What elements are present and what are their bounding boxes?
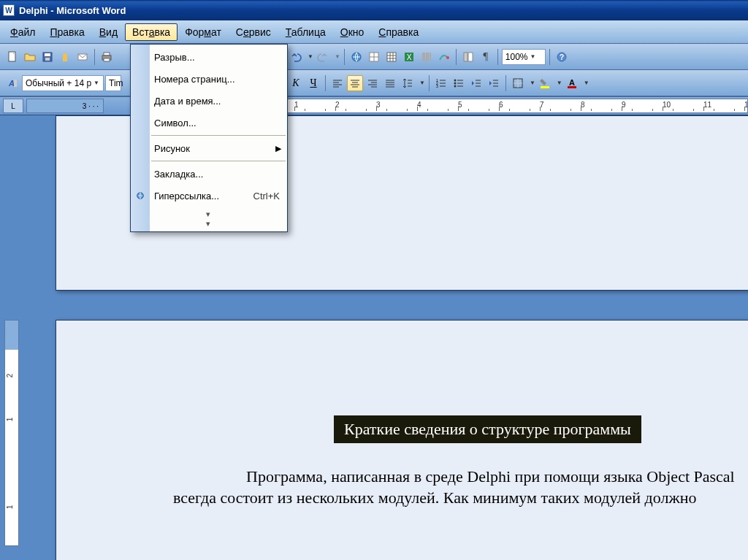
window-title: Delphi - Microsoft Word [19, 5, 126, 16]
menu-file[interactable]: Файл [3, 23, 42, 41]
justify-icon[interactable] [382, 75, 398, 91]
underline-icon[interactable]: Ч [305, 75, 321, 91]
menu-insert[interactable]: Вставка [125, 23, 178, 41]
highlight-icon[interactable] [537, 75, 553, 91]
columns-icon[interactable] [419, 49, 435, 65]
font-value: Tim [109, 78, 123, 88]
insert-table-icon[interactable] [383, 49, 400, 65]
undo-dropdown-arrow[interactable]: ▼ [308, 53, 313, 60]
svg-point-24 [446, 56, 449, 59]
email-icon[interactable] [75, 49, 91, 65]
menu-item-hyperlink[interactable]: Гиперссылка... Ctrl+K [131, 185, 287, 207]
svg-point-58 [454, 85, 456, 87]
svg-point-57 [454, 82, 456, 84]
undo-icon[interactable] [288, 49, 304, 65]
menu-item-page-numbers[interactable]: Номера страниц... [131, 68, 287, 90]
drawing-icon[interactable] [436, 49, 452, 65]
toolbar-separator [549, 49, 550, 65]
svg-rect-26 [468, 53, 473, 61]
tables-borders-icon[interactable] [366, 49, 382, 65]
hyperlink-icon[interactable] [348, 49, 365, 65]
font-color-icon[interactable]: A [564, 75, 580, 91]
open-icon[interactable] [22, 49, 38, 65]
save-icon[interactable] [39, 49, 56, 65]
vertical-ruler[interactable]: 2 1 1 [4, 320, 19, 546]
menu-expand-icon[interactable]: ▾▾ [131, 207, 287, 230]
menu-item-date-time[interactable]: Дата и время... [131, 90, 287, 112]
bullets-icon[interactable] [451, 75, 467, 91]
style-dropdown[interactable]: Обычный + 14 p▼ [22, 75, 104, 91]
show-marks-icon[interactable]: ¶ [478, 49, 494, 65]
ruler-left-margin[interactable]: 3 · · · [26, 99, 104, 113]
svg-text:A: A [8, 79, 15, 88]
toolbar-separator [325, 75, 326, 91]
style-value: Обычный + 14 p [26, 78, 91, 88]
permission-icon[interactable] [57, 49, 73, 65]
ruler-bar: L 3 · · · 12345678910111213141516 [0, 96, 748, 115]
svg-rect-23 [430, 53, 431, 61]
toolbar-separator [456, 49, 457, 65]
print-icon[interactable] [99, 49, 115, 65]
borders-arrow[interactable]: ▼ [530, 80, 535, 86]
line-spacing-arrow[interactable]: ▼ [419, 80, 425, 86]
highlight-arrow[interactable]: ▼ [557, 80, 562, 86]
menu-item-break[interactable]: Разрыв... [131, 46, 287, 68]
ruler-number: 11 [703, 101, 711, 109]
menu-help[interactable]: Справка [371, 23, 426, 41]
align-right-icon[interactable] [365, 75, 381, 91]
svg-rect-21 [422, 53, 425, 61]
italic-icon[interactable]: К [288, 75, 304, 91]
font-color-arrow[interactable]: ▼ [584, 80, 589, 86]
font-dropdown[interactable]: Tim [105, 75, 121, 91]
svg-text:A: A [569, 78, 575, 87]
menu-format[interactable]: Формат [178, 23, 229, 41]
title-bar: W Delphi - Microsoft Word [0, 0, 748, 20]
numbering-icon[interactable]: 123 [433, 75, 449, 91]
horizontal-ruler[interactable]: 12345678910111213141516 [286, 99, 748, 113]
ruler-number: 10 [663, 101, 671, 109]
toolbar-separator [505, 75, 506, 91]
document-workspace: 2 1 1 Краткие сведения о структуре прогр… [0, 115, 748, 560]
svg-rect-7 [104, 53, 110, 55]
insert-menu-dropdown: Разрыв... Номера страниц... Дата и время… [130, 44, 288, 232]
zoom-dropdown[interactable]: 100%▼ [502, 49, 546, 65]
word-app-icon: W [3, 4, 15, 16]
line-spacing-icon[interactable] [400, 75, 416, 91]
borders-icon[interactable] [510, 75, 526, 91]
menu-window[interactable]: Окно [333, 23, 372, 41]
menu-tools[interactable]: Сервис [229, 23, 278, 41]
svg-rect-14 [387, 53, 396, 61]
redo-dropdown-arrow[interactable]: ▼ [335, 53, 340, 60]
align-center-icon[interactable] [347, 75, 363, 91]
redo-icon[interactable] [315, 49, 331, 65]
menu-separator [151, 135, 286, 136]
align-left-icon[interactable] [329, 75, 346, 91]
svg-rect-71 [541, 86, 549, 88]
decrease-indent-icon[interactable] [468, 75, 484, 91]
excel-icon[interactable]: X [401, 49, 417, 65]
menu-table[interactable]: Таблица [278, 23, 333, 41]
help-icon[interactable]: ? [554, 49, 570, 65]
menu-item-symbol[interactable]: Символ... [131, 112, 287, 134]
menu-item-picture[interactable]: Рисунок▶ [131, 137, 287, 159]
svg-rect-3 [45, 58, 50, 61]
ruler-corner[interactable]: L [3, 99, 23, 113]
svg-rect-30 [14, 80, 17, 87]
document-heading[interactable]: Краткие сведения о структуре программы [334, 415, 641, 443]
document-page[interactable]: Краткие сведения о структуре программы П… [56, 320, 748, 560]
menu-separator [151, 161, 286, 161]
menu-view[interactable]: Вид [92, 23, 125, 41]
menu-edit[interactable]: Правка [42, 23, 91, 41]
toolbar-separator [94, 49, 95, 65]
styles-pane-icon[interactable]: A [4, 75, 20, 91]
document-body-text[interactable]: Программа, написанная в среде Delphi при… [173, 467, 748, 508]
hyperlink-icon [134, 190, 146, 202]
doc-map-icon[interactable] [460, 49, 476, 65]
standard-toolbar: 🔍 ▼ ▼ X ¶ 100%▼ ? [0, 44, 748, 70]
svg-rect-9 [104, 58, 110, 61]
svg-rect-25 [464, 53, 468, 61]
menu-item-bookmark[interactable]: Закладка... [131, 163, 287, 185]
new-doc-icon[interactable] [4, 49, 20, 65]
menu-bar: Файл Правка Вид Вставка Формат Сервис Та… [0, 20, 748, 44]
increase-indent-icon[interactable] [486, 75, 502, 91]
